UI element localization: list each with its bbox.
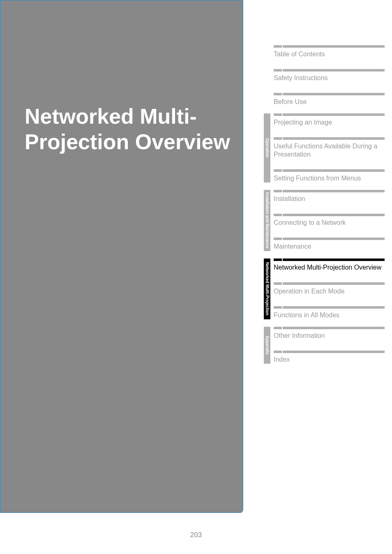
nav-label: Safety Instructions	[274, 74, 385, 82]
bar-short	[274, 169, 282, 172]
nav-item-projecting[interactable]: Projecting an Image	[274, 113, 385, 127]
nav-bar	[274, 214, 385, 216]
nav-bar	[274, 113, 385, 116]
section-tab-operation[interactable]: Operation	[264, 113, 270, 182]
section-networked: Networked Multi-Projection Networked Mul…	[264, 259, 385, 319]
nav-item-toc[interactable]: Table of Contents	[274, 45, 385, 58]
page-container: Networked Multi-Projection Overview Tabl…	[0, 0, 392, 513]
nav-bar	[274, 137, 385, 140]
nav-bar	[274, 351, 385, 353]
section-operation: Operation Projecting an Image Useful Fun…	[264, 113, 385, 182]
nav-item-nmp-overview[interactable]: Networked Multi-Projection Overview	[274, 259, 385, 272]
section-tab-networked[interactable]: Networked Multi-Projection	[264, 259, 270, 319]
nav-items: Networked Multi-Projection Overview Oper…	[274, 259, 385, 319]
chapter-title: Networked Multi-Projection Overview	[25, 104, 242, 155]
page-number: 203	[0, 531, 392, 539]
bar-long	[283, 69, 385, 72]
nav-items: Installation Connecting to a Network Mai…	[274, 190, 385, 251]
bar-short	[274, 93, 282, 95]
bar-short	[274, 190, 282, 192]
bar-short	[274, 113, 282, 116]
nav-items: Other Information Index	[274, 327, 385, 364]
bar-short	[274, 238, 282, 240]
bar-long	[283, 282, 385, 285]
nav-item-connecting[interactable]: Connecting to a Network	[274, 214, 385, 227]
nav-label: Networked Multi-Projection Overview	[274, 263, 385, 272]
nav-item-index[interactable]: Index	[274, 351, 385, 364]
nav-bar	[274, 69, 385, 72]
nav-bar	[274, 282, 385, 285]
bar-long	[283, 306, 385, 309]
bar-long	[283, 259, 385, 261]
nav-sidebar: Table of Contents Safety Instructions Be…	[243, 0, 392, 513]
bar-long	[283, 238, 385, 240]
section-tab-appendix[interactable]: Appendix	[264, 327, 270, 364]
nav-item-installation[interactable]: Installation	[274, 190, 385, 203]
nav-item-other-info[interactable]: Other Information	[274, 327, 385, 340]
nav-item-operation-mode[interactable]: Operation in Each Mode	[274, 282, 385, 295]
chapter-title-panel: Networked Multi-Projection Overview	[0, 0, 243, 513]
bar-long	[283, 327, 385, 329]
nav-item-useful-functions[interactable]: Useful Functions Available During a Pres…	[274, 137, 385, 159]
tab-spacer	[264, 45, 274, 106]
bar-short	[274, 137, 282, 140]
nav-bar	[274, 45, 385, 48]
bar-short	[274, 214, 282, 216]
nav-item-maintenance[interactable]: Maintenance	[274, 238, 385, 251]
nav-label: Operation in Each Mode	[274, 287, 385, 295]
section-appendix: Appendix Other Information Index	[264, 327, 385, 364]
bar-long	[283, 351, 385, 353]
bar-long	[283, 214, 385, 216]
nav-bar	[274, 169, 385, 172]
nav-label: Before Use	[274, 98, 385, 106]
bar-short	[274, 69, 282, 72]
nav-label: Setting Functions from Menus	[274, 174, 385, 182]
nav-label: Index	[274, 355, 385, 364]
bar-short	[274, 306, 282, 309]
nav-item-setting-functions[interactable]: Setting Functions from Menus	[274, 169, 385, 182]
bar-short	[274, 327, 282, 329]
nav-item-safety[interactable]: Safety Instructions	[274, 69, 385, 82]
nav-label: Other Information	[274, 332, 385, 340]
nav-bar	[274, 93, 385, 95]
nav-bar	[274, 238, 385, 240]
bar-long	[283, 93, 385, 95]
bar-short	[274, 45, 282, 48]
bar-long	[283, 137, 385, 140]
nav-label: Maintenance	[274, 242, 385, 251]
bar-short	[274, 282, 282, 285]
nav-label: Connecting to a Network	[274, 219, 385, 227]
nav-label: Table of Contents	[274, 50, 385, 58]
nav-bar	[274, 327, 385, 329]
bar-short	[274, 351, 282, 353]
nav-item-before-use[interactable]: Before Use	[274, 93, 385, 106]
bar-long	[283, 169, 385, 172]
section-tab-installation[interactable]: Installation and Maintenance	[264, 190, 270, 251]
nav-label: Functions in All Modes	[274, 311, 385, 319]
nav-bar	[274, 190, 385, 192]
nav-label: Useful Functions Available During a Pres…	[274, 142, 385, 159]
bar-short	[274, 259, 282, 261]
nav-bar	[274, 259, 385, 261]
bar-long	[283, 113, 385, 116]
nav-items: Projecting an Image Useful Functions Ava…	[274, 113, 385, 182]
top-nav-items: Table of Contents Safety Instructions Be…	[274, 45, 385, 106]
bar-long	[283, 190, 385, 192]
nav-label: Installation	[274, 195, 385, 203]
bar-long	[283, 45, 385, 48]
nav-label: Projecting an Image	[274, 118, 385, 127]
nav-bar	[274, 306, 385, 309]
top-nav-section: Table of Contents Safety Instructions Be…	[264, 45, 385, 106]
section-installation: Installation and Maintenance Installatio…	[264, 190, 385, 251]
nav-item-functions-all[interactable]: Functions in All Modes	[274, 306, 385, 319]
